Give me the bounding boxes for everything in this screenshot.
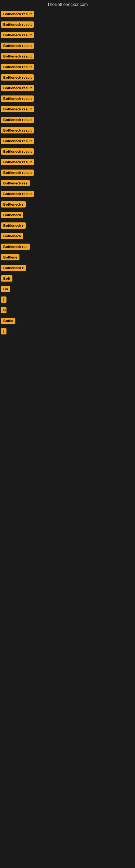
list-item: Bottleneck res: [0, 242, 135, 252]
bottleneck-badge[interactable]: Bottleneck result: [1, 159, 34, 165]
list-item: Bottlene: [0, 252, 135, 263]
bottleneck-badge[interactable]: Bottleneck r: [1, 222, 26, 229]
list-item: Bottleneck result: [0, 83, 135, 94]
list-item: Bott: [0, 274, 135, 284]
bottleneck-badge[interactable]: Bottleneck result: [1, 117, 34, 123]
list-item: Bo: [0, 284, 135, 295]
bottleneck-badge[interactable]: Bottleneck result: [1, 169, 34, 176]
bottleneck-badge[interactable]: Bottleneck: [1, 233, 23, 239]
list-item: Bottleneck: [0, 210, 135, 221]
list-item: Bottleneck result: [0, 115, 135, 126]
list-item: |: [0, 327, 135, 337]
bottleneck-badge[interactable]: Bottleneck res: [1, 244, 30, 250]
bottleneck-badge[interactable]: Bottleneck result: [1, 22, 34, 28]
bottleneck-badge[interactable]: Bottleneck result: [1, 53, 34, 59]
bottleneck-badge[interactable]: Bottleneck result: [1, 74, 34, 81]
list-item: Bottleneck result: [0, 94, 135, 104]
list-item: Bottleneck: [0, 231, 135, 242]
bottleneck-badge[interactable]: Bottleneck result: [1, 138, 34, 144]
bottleneck-badge[interactable]: Bo: [1, 286, 10, 292]
list-item: Bottleneck result: [0, 30, 135, 41]
bottleneck-badge[interactable]: Bottleneck result: [1, 11, 34, 17]
list-item: Bottleneck result: [0, 147, 135, 157]
bottleneck-badge[interactable]: Bottleneck result: [1, 64, 34, 70]
list-item: Bottle: [0, 316, 135, 327]
bottleneck-badge[interactable]: Bottleneck result: [1, 148, 34, 155]
bottleneck-badge[interactable]: Bottleneck result: [1, 85, 34, 91]
bottleneck-badge[interactable]: Bottleneck r: [1, 265, 26, 271]
bottleneck-badge[interactable]: Bottleneck result: [1, 127, 34, 133]
bottleneck-badge[interactable]: Bottleneck: [1, 212, 23, 218]
list-item: Bottleneck result: [0, 73, 135, 83]
list-item: Bottleneck result: [0, 157, 135, 168]
site-title: TheBottlenecker.com: [0, 0, 135, 9]
list-item: Bottleneck result: [0, 52, 135, 62]
bottleneck-badge[interactable]: Bott: [1, 275, 12, 282]
bottleneck-badge[interactable]: Bottleneck result: [1, 106, 34, 112]
list-item: Bottleneck result: [0, 9, 135, 20]
list-item: Bottleneck result: [0, 20, 135, 30]
bottleneck-badge[interactable]: Bottle: [1, 318, 15, 324]
list-item: Bottleneck result: [0, 168, 135, 179]
bottleneck-badge[interactable]: Bottleneck result: [1, 32, 34, 38]
list-item: Bottleneck result: [0, 104, 135, 115]
bottleneck-badge[interactable]: B: [1, 307, 6, 313]
items-list: Bottleneck resultBottleneck resultBottle…: [0, 9, 135, 337]
bottleneck-badge[interactable]: Bottleneck result: [1, 42, 34, 49]
list-item: Bottleneck r: [0, 263, 135, 274]
list-item: Bottleneck res: [0, 179, 135, 189]
bottleneck-badge[interactable]: |: [1, 328, 6, 335]
list-item: Bottleneck result: [0, 189, 135, 199]
list-item: Bottleneck result: [0, 126, 135, 136]
list-item: Bottleneck result: [0, 62, 135, 73]
list-item: |: [0, 295, 135, 305]
list-item: Bottleneck r: [0, 199, 135, 210]
bottleneck-badge[interactable]: Bottleneck result: [1, 191, 34, 197]
bottleneck-badge[interactable]: Bottleneck res: [1, 180, 30, 186]
list-item: Bottleneck result: [0, 41, 135, 52]
bottleneck-badge[interactable]: Bottleneck result: [1, 95, 34, 102]
list-item: Bottleneck r: [0, 221, 135, 231]
bottleneck-badge[interactable]: Bottlene: [1, 254, 19, 260]
bottleneck-badge[interactable]: Bottleneck r: [1, 201, 26, 208]
list-item: Bottleneck result: [0, 136, 135, 147]
bottleneck-badge[interactable]: |: [1, 297, 6, 303]
list-item: B: [0, 305, 135, 316]
